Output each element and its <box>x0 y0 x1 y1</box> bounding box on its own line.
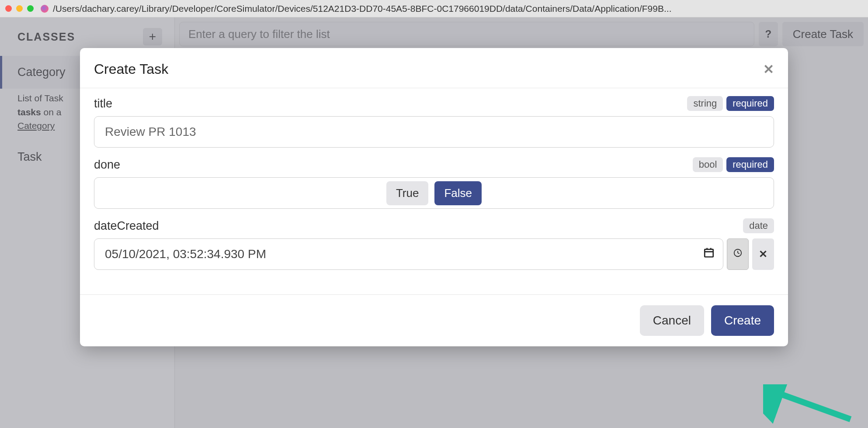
type-badge: bool <box>693 157 723 172</box>
clock-icon <box>733 248 743 260</box>
close-window-button[interactable] <box>5 5 12 12</box>
modal-title: Create Task <box>94 61 168 77</box>
cancel-button[interactable]: Cancel <box>640 305 704 336</box>
window-titlebar: /Users/dachary.carey/Library/Developer/C… <box>0 0 868 17</box>
window-title-path: /Users/dachary.carey/Library/Developer/C… <box>53 3 863 14</box>
clear-date-button[interactable]: ✕ <box>752 238 774 270</box>
type-badge: string <box>687 96 723 111</box>
bool-true-button[interactable]: True <box>386 181 429 205</box>
required-badge: required <box>726 157 774 172</box>
field-datecreated: dateCreated date <box>94 218 774 270</box>
required-badge: required <box>726 96 774 111</box>
app-icon <box>41 5 49 13</box>
create-button[interactable]: Create <box>711 305 774 336</box>
title-input[interactable] <box>94 116 774 148</box>
set-now-button[interactable] <box>727 238 749 270</box>
bool-toggle-group: True False <box>94 177 774 209</box>
field-label-datecreated: dateCreated <box>94 219 159 233</box>
datecreated-input[interactable] <box>94 238 723 270</box>
modal-overlay[interactable]: Create Task ✕ title string required done <box>0 17 868 428</box>
minimize-window-button[interactable] <box>16 5 23 12</box>
close-icon: ✕ <box>759 248 767 260</box>
maximize-window-button[interactable] <box>27 5 34 12</box>
bool-false-button[interactable]: False <box>434 181 482 205</box>
field-label-title: title <box>94 97 112 110</box>
close-icon[interactable]: ✕ <box>763 62 774 77</box>
field-label-done: done <box>94 158 120 172</box>
field-done: done bool required True False <box>94 157 774 209</box>
window-controls <box>5 5 34 12</box>
type-badge: date <box>743 218 774 233</box>
field-title: title string required <box>94 96 774 148</box>
svg-line-6 <box>738 253 740 254</box>
create-task-modal: Create Task ✕ title string required done <box>80 48 788 346</box>
